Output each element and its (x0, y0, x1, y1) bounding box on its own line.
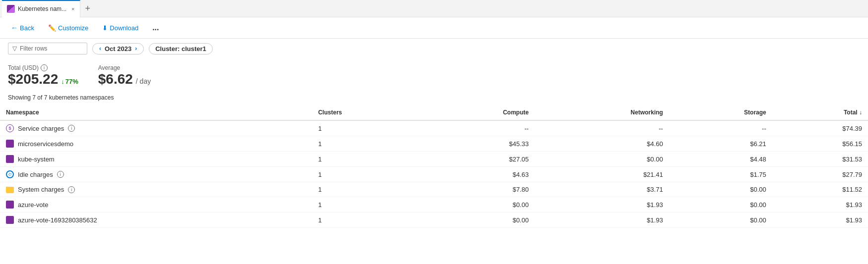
namespace-name: azure-vote-1693280385632 (18, 216, 97, 224)
tab-icon (7, 5, 15, 13)
new-tab-button[interactable]: + (80, 0, 96, 17)
namespace-cell: $Service chargesi (0, 120, 312, 136)
col-header-compute[interactable]: Compute (421, 105, 535, 120)
table-row[interactable]: microservicesdemo1$45.33$4.60$6.21$56.15 (0, 136, 868, 152)
table-row[interactable]: $Service chargesi1------$74.39 (0, 120, 868, 136)
networking-cell: $4.60 (535, 136, 669, 152)
namespace-name: azure-vote (18, 201, 48, 209)
clusters-cell: 1 (312, 120, 420, 136)
total-cell: $1.93 (772, 197, 868, 212)
clusters-cell: 1 (312, 197, 420, 212)
cluster-value: cluster1 (182, 45, 206, 53)
date-next-button[interactable]: › (133, 45, 138, 52)
networking-cell: $1.93 (535, 212, 669, 228)
namespace-name: Service charges (18, 125, 64, 132)
total-cell: $31.53 (772, 152, 868, 167)
namespace-cell: microservicesdemo (0, 136, 312, 152)
col-header-total[interactable]: Total ↓ (772, 105, 868, 120)
namespace-name: System charges (18, 186, 64, 193)
col-header-networking[interactable]: Networking (535, 105, 669, 120)
total-value: $205.22 (8, 71, 58, 87)
main-tab[interactable]: Kubernetes nam... × (2, 0, 80, 17)
storage-cell: $1.75 (669, 167, 772, 182)
storage-cell: $0.00 (669, 182, 772, 197)
avg-value: $6.62 (98, 71, 133, 87)
namespace-cell: System chargesi (0, 182, 312, 197)
namespace-icon (6, 201, 14, 209)
table-row[interactable]: azure-vote-16932803856321$0.00$1.93$0.00… (0, 212, 868, 228)
avg-label: Average (98, 64, 120, 71)
networking-cell: $1.93 (535, 197, 669, 212)
filter-row: ▽ Filter rows ‹ Oct 2023 › Cluster: clus… (0, 39, 868, 58)
tab-title: Kubernetes nam... (18, 5, 66, 12)
namespace-name: kube-system (18, 156, 55, 163)
service-charges-icon: $ (6, 124, 14, 132)
namespace-icon (6, 155, 14, 163)
compute-cell: $0.00 (421, 197, 535, 212)
table-row[interactable]: ⏱Idle chargesi1$4.63$21.41$1.75$27.79 (0, 167, 868, 182)
total-cell: $74.39 (772, 120, 868, 136)
col-header-storage[interactable]: Storage (669, 105, 772, 120)
back-icon: ← (11, 24, 18, 32)
clusters-cell: 1 (312, 152, 420, 167)
total-info-icon[interactable]: i (41, 64, 48, 71)
storage-cell: -- (669, 120, 772, 136)
cluster-filter-badge[interactable]: Cluster: cluster1 (149, 43, 213, 54)
compute-cell: -- (421, 120, 535, 136)
table-header: NamespaceClustersComputeNetworkingStorag… (0, 105, 868, 120)
clusters-cell: 1 (312, 167, 420, 182)
namespace-cell: azure-vote-1693280385632 (0, 212, 312, 228)
customize-button[interactable]: ✏️ Customize (45, 22, 91, 34)
filter-input-wrapper[interactable]: ▽ Filter rows (8, 43, 87, 54)
download-label: Download (110, 24, 138, 32)
networking-cell: $0.00 (535, 152, 669, 167)
compute-cell: $7.80 (421, 182, 535, 197)
filter-icon: ▽ (12, 45, 17, 52)
storage-cell: $0.00 (669, 197, 772, 212)
namespace-info-icon[interactable]: i (68, 125, 75, 132)
namespaces-table: NamespaceClustersComputeNetworkingStorag… (0, 105, 868, 228)
storage-cell: $4.48 (669, 152, 772, 167)
summary-section: Total (USD) i $205.22 ↓ 77% Average $6.6… (0, 58, 868, 92)
average-summary: Average $6.62 / day (98, 64, 151, 87)
table-row[interactable]: System chargesi1$7.80$3.71$0.00$11.52 (0, 182, 868, 197)
cluster-prefix: Cluster: (155, 45, 182, 53)
date-prev-button[interactable]: ‹ (98, 45, 103, 52)
download-button[interactable]: ⬇ Download (99, 22, 141, 34)
tab-close-button[interactable]: × (71, 6, 74, 12)
idle-charges-icon: ⏱ (6, 170, 14, 178)
namespace-name: Idle charges (18, 171, 53, 178)
tab-bar: Kubernetes nam... × + (0, 0, 868, 17)
namespace-icon (6, 216, 14, 224)
table-row[interactable]: azure-vote1$0.00$1.93$0.00$1.93 (0, 197, 868, 212)
date-value: Oct 2023 (105, 45, 131, 53)
avg-suffix: / day (136, 77, 151, 85)
toolbar: ← Back ✏️ Customize ⬇ Download ... (0, 17, 868, 39)
customize-icon: ✏️ (48, 24, 56, 32)
download-icon: ⬇ (102, 24, 108, 32)
system-charges-icon (6, 187, 14, 193)
namespace-cell: kube-system (0, 152, 312, 167)
compute-cell: $4.63 (421, 167, 535, 182)
table-row[interactable]: kube-system1$27.05$0.00$4.48$31.53 (0, 152, 868, 167)
compute-cell: $45.33 (421, 136, 535, 152)
namespace-name: microservicesdemo (18, 140, 73, 148)
clusters-cell: 1 (312, 182, 420, 197)
total-cell: $1.93 (772, 212, 868, 228)
namespace-info-icon[interactable]: i (57, 171, 64, 178)
trend-indicator: ↓ 77% (61, 78, 78, 85)
total-cell: $11.52 (772, 182, 868, 197)
back-button[interactable]: ← Back (8, 22, 37, 34)
col-header-namespace[interactable]: Namespace (0, 105, 312, 120)
networking-cell: $3.71 (535, 182, 669, 197)
more-options-button[interactable]: ... (149, 21, 162, 34)
storage-cell: $6.21 (669, 136, 772, 152)
trend-value: 77% (65, 78, 78, 85)
showing-text: Showing 7 of 7 kubernetes namespaces (0, 92, 868, 105)
namespace-icon (6, 140, 14, 148)
namespace-info-icon[interactable]: i (68, 186, 75, 193)
compute-cell: $0.00 (421, 212, 535, 228)
col-header-clusters[interactable]: Clusters (312, 105, 420, 120)
networking-cell: $21.41 (535, 167, 669, 182)
networking-cell: -- (535, 120, 669, 136)
